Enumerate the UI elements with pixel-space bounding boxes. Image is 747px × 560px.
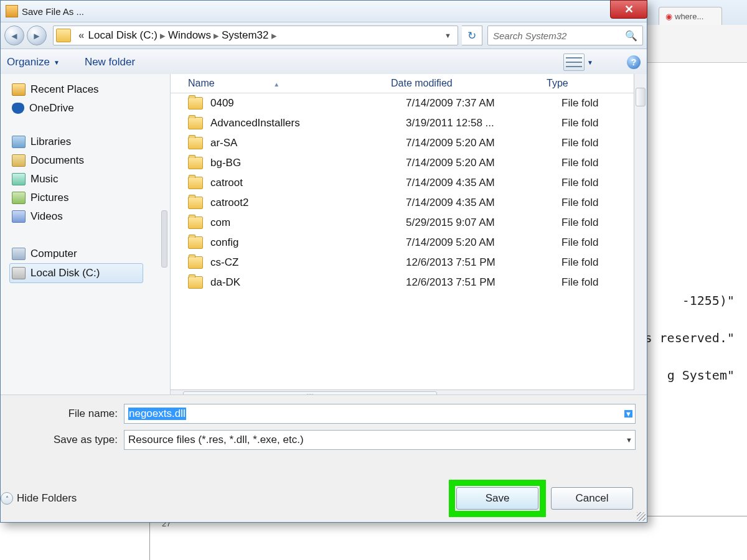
file-date: 12/6/2013 7:51 PM bbox=[406, 276, 561, 289]
vertical-scrollbar[interactable] bbox=[634, 74, 647, 390]
resize-grip-icon[interactable] bbox=[637, 512, 646, 521]
table-row[interactable]: da-DK12/6/2013 7:51 PMFile fold bbox=[188, 273, 647, 292]
file-name: catroot bbox=[210, 177, 406, 189]
sidebar-item-onedrive[interactable]: OneDrive bbox=[12, 99, 170, 118]
hide-folders-label: Hide Folders bbox=[17, 492, 77, 505]
documents-icon bbox=[12, 154, 26, 167]
chevron-right-icon: ▸ bbox=[214, 29, 219, 42]
hide-folders-toggle[interactable]: ˄ Hide Folders bbox=[1, 492, 77, 505]
table-row[interactable]: bg-BG7/14/2009 5:20 AMFile fold bbox=[188, 153, 647, 173]
sidebar-label: Music bbox=[31, 173, 58, 185]
sidebar-item-libraries[interactable]: Libraries bbox=[12, 133, 170, 151]
organize-button[interactable]: Organize bbox=[7, 56, 50, 68]
search-input[interactable]: Search System32 🔍 bbox=[487, 26, 643, 45]
table-row[interactable]: cs-CZ12/6/2013 7:51 PMFile fold bbox=[188, 253, 647, 273]
sidebar-item-pictures[interactable]: Pictures bbox=[12, 189, 170, 207]
sidebar-label: Videos bbox=[31, 210, 63, 223]
table-row[interactable]: ar-SA7/14/2009 5:20 AMFile fold bbox=[188, 133, 647, 153]
chevron-down-icon[interactable]: ▼ bbox=[624, 410, 632, 418]
sidebar-item-music[interactable]: Music bbox=[12, 170, 170, 189]
folder-icon bbox=[188, 217, 203, 229]
sort-indicator-icon: ▲ bbox=[273, 81, 280, 88]
view-options-button[interactable] bbox=[563, 54, 585, 71]
folder-icon bbox=[188, 177, 203, 189]
file-name: AdvancedInstallers bbox=[210, 117, 406, 129]
savetype-select[interactable]: Resource files (*.res, *.dll, *.exe, etc… bbox=[124, 430, 636, 450]
sidebar-label: Local Disk (C:) bbox=[31, 267, 100, 279]
file-date: 7/14/2009 5:20 AM bbox=[406, 137, 561, 149]
close-button[interactable]: ✕ bbox=[610, 0, 647, 19]
sidebar-label: Pictures bbox=[31, 192, 68, 204]
folder-icon bbox=[188, 157, 203, 169]
file-name: da-DK bbox=[210, 276, 406, 289]
folder-icon bbox=[188, 197, 203, 209]
dialog-title: Save File As ... bbox=[22, 6, 84, 17]
file-name: com bbox=[210, 217, 406, 229]
table-row[interactable]: com5/29/2015 9:07 AMFile fold bbox=[188, 213, 647, 233]
arrow-right-icon: ► bbox=[32, 30, 42, 41]
save-label: Save bbox=[486, 492, 510, 505]
table-row[interactable]: catroot27/14/2009 4:35 AMFile fold bbox=[188, 193, 647, 213]
help-button[interactable]: ? bbox=[627, 55, 641, 69]
titlebar[interactable]: Save File As ... ✕ bbox=[1, 1, 647, 22]
pictures-icon bbox=[12, 192, 26, 204]
column-headers[interactable]: Name ▲ Date modified Type bbox=[171, 74, 647, 93]
cancel-button[interactable]: Cancel bbox=[551, 487, 633, 510]
folder-icon bbox=[188, 256, 203, 269]
scroll-thumb[interactable] bbox=[636, 88, 646, 106]
back-button[interactable]: ◄ bbox=[4, 26, 24, 45]
search-placeholder: Search System32 bbox=[493, 30, 566, 41]
sidebar-item-videos[interactable]: Videos bbox=[12, 207, 170, 226]
crumb-part[interactable]: Windows bbox=[168, 29, 211, 42]
file-date: 7/14/2009 4:35 AM bbox=[406, 177, 561, 189]
recent-icon bbox=[12, 83, 26, 96]
save-button[interactable]: Save bbox=[456, 487, 538, 510]
file-name: cs-CZ bbox=[210, 256, 406, 269]
file-date: 7/14/2009 4:35 AM bbox=[406, 197, 561, 209]
cancel-label: Cancel bbox=[576, 492, 609, 505]
file-name: 0409 bbox=[210, 97, 406, 110]
sidebar-item-localdisk[interactable]: Local Disk (C:) bbox=[9, 263, 143, 283]
filename-value: negoexts.dll bbox=[128, 408, 186, 420]
toolbar: Organize ▼ New folder ▼ ? bbox=[1, 49, 647, 76]
filename-input[interactable]: negoexts.dll ▼ bbox=[124, 404, 636, 424]
computer-icon bbox=[12, 248, 26, 260]
col-date[interactable]: Date modified bbox=[391, 78, 547, 89]
crumb-part[interactable]: Local Disk (C:) bbox=[88, 29, 157, 42]
nav-row: ◄ ► « Local Disk (C:) ▸ Windows ▸ System… bbox=[1, 22, 647, 49]
breadcrumb[interactable]: « Local Disk (C:) ▸ Windows ▸ System32 ▸… bbox=[53, 26, 458, 45]
chevron-right-icon: ▸ bbox=[160, 29, 166, 42]
savetype-label: Save as type: bbox=[12, 434, 124, 446]
app-icon bbox=[6, 5, 18, 17]
form-area: File name: negoexts.dll ▼ Save as type: … bbox=[1, 394, 647, 522]
crumb-part[interactable]: System32 bbox=[222, 29, 269, 42]
table-row[interactable]: 04097/14/2009 7:37 AMFile fold bbox=[188, 93, 647, 113]
file-name: ar-SA bbox=[210, 137, 406, 149]
sidebar-item-recent[interactable]: Recent Places bbox=[12, 80, 170, 99]
file-rows: 04097/14/2009 7:37 AMFile foldAdvancedIn… bbox=[171, 93, 647, 390]
sidebar-item-documents[interactable]: Documents bbox=[12, 151, 170, 170]
table-row[interactable]: catroot7/14/2009 4:35 AMFile fold bbox=[188, 173, 647, 193]
refresh-button[interactable]: ↻ bbox=[462, 26, 482, 45]
folder-icon bbox=[188, 137, 203, 149]
new-folder-button[interactable]: New folder bbox=[85, 56, 135, 68]
col-name[interactable]: Name bbox=[188, 78, 215, 88]
crumb-overflow[interactable]: « bbox=[78, 29, 84, 42]
col-type[interactable]: Type bbox=[547, 78, 647, 89]
close-icon: ✕ bbox=[624, 2, 634, 16]
crumb-dropdown[interactable]: ▼ bbox=[441, 32, 455, 39]
sidebar-scrollbar[interactable] bbox=[161, 210, 167, 268]
chevron-down-icon[interactable]: ▼ bbox=[587, 59, 593, 66]
chevron-down-icon[interactable]: ▼ bbox=[626, 436, 632, 444]
sidebar-label: OneDrive bbox=[29, 102, 74, 114]
forward-button[interactable]: ► bbox=[27, 26, 47, 45]
table-row[interactable]: AdvancedInstallers3/19/2011 12:58 ...Fil… bbox=[188, 113, 647, 133]
sidebar-item-computer[interactable]: Computer bbox=[12, 245, 170, 263]
cloud-icon bbox=[12, 103, 24, 114]
file-date: 7/14/2009 5:20 AM bbox=[406, 157, 561, 169]
bg-tab-browser[interactable]: ◉ where... bbox=[659, 7, 722, 25]
file-date: 12/6/2013 7:51 PM bbox=[406, 256, 561, 269]
chevron-up-icon: ˄ bbox=[1, 492, 13, 505]
chevron-down-icon[interactable]: ▼ bbox=[54, 59, 60, 66]
table-row[interactable]: config7/14/2009 5:20 AMFile fold bbox=[188, 233, 647, 253]
